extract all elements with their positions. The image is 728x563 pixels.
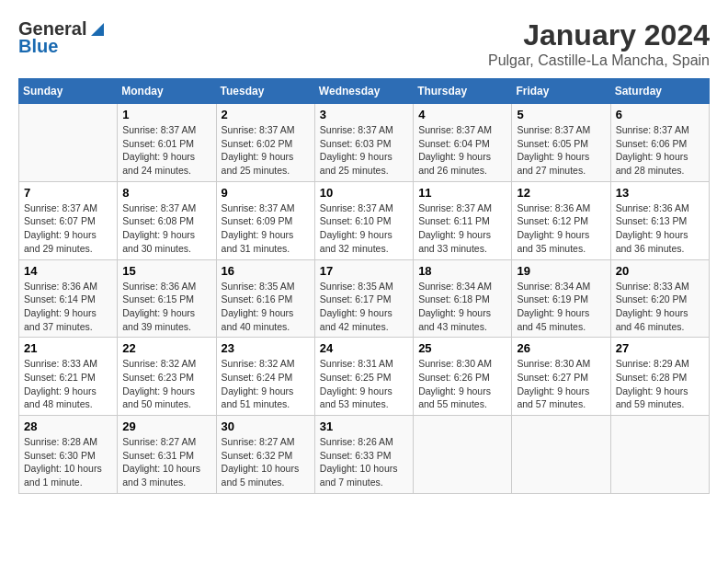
day-info: Sunrise: 8:37 AMSunset: 6:07 PMDaylight:… [24, 201, 112, 256]
calendar-cell [512, 416, 610, 494]
svg-marker-0 [91, 23, 104, 36]
day-number: 29 [122, 419, 210, 433]
calendar-cell: 16Sunrise: 8:35 AMSunset: 6:16 PMDayligh… [216, 259, 314, 338]
calendar-cell: 8Sunrise: 8:37 AMSunset: 6:08 PMDaylight… [118, 181, 216, 259]
day-info: Sunrise: 8:30 AMSunset: 6:26 PMDaylight:… [418, 357, 506, 411]
day-number: 28 [24, 419, 112, 433]
day-info: Sunrise: 8:37 AMSunset: 6:11 PMDaylight:… [418, 201, 506, 256]
logo: General Blue [18, 18, 104, 57]
calendar-cell: 7Sunrise: 8:37 AMSunset: 6:07 PMDaylight… [19, 181, 118, 259]
calendar-cell: 30Sunrise: 8:27 AMSunset: 6:32 PMDayligh… [216, 416, 314, 494]
calendar-cell: 27Sunrise: 8:29 AMSunset: 6:28 PMDayligh… [610, 338, 709, 416]
day-info: Sunrise: 8:35 AMSunset: 6:16 PMDaylight:… [222, 280, 310, 334]
calendar-cell: 10Sunrise: 8:37 AMSunset: 6:10 PMDayligh… [314, 181, 413, 259]
calendar-table: SundayMondayTuesdayWednesdayThursdayFrid… [18, 78, 710, 494]
calendar-cell: 26Sunrise: 8:30 AMSunset: 6:27 PMDayligh… [512, 338, 610, 416]
page-header: General Blue January 2024 Pulgar, Castil… [18, 18, 710, 69]
day-number: 10 [320, 186, 408, 200]
day-info: Sunrise: 8:37 AMSunset: 6:02 PMDaylight:… [222, 123, 310, 178]
calendar-cell: 4Sunrise: 8:37 AMSunset: 6:04 PMDaylight… [414, 104, 512, 182]
header-day: Sunday [19, 79, 118, 104]
day-info: Sunrise: 8:26 AMSunset: 6:33 PMDaylight:… [320, 435, 408, 489]
calendar-cell: 13Sunrise: 8:36 AMSunset: 6:13 PMDayligh… [610, 181, 709, 259]
day-number: 8 [122, 186, 210, 200]
logo-blue: Blue [18, 36, 58, 57]
day-number: 26 [517, 341, 605, 355]
day-info: Sunrise: 8:33 AMSunset: 6:21 PMDaylight:… [24, 357, 112, 411]
calendar-week-row: 28Sunrise: 8:28 AMSunset: 6:30 PMDayligh… [19, 416, 710, 494]
day-info: Sunrise: 8:32 AMSunset: 6:24 PMDaylight:… [222, 357, 310, 411]
day-number: 15 [122, 264, 210, 278]
day-info: Sunrise: 8:27 AMSunset: 6:32 PMDaylight:… [222, 435, 310, 489]
day-info: Sunrise: 8:36 AMSunset: 6:12 PMDaylight:… [517, 201, 605, 256]
header-day: Tuesday [216, 79, 314, 104]
day-number: 18 [418, 264, 506, 278]
day-info: Sunrise: 8:37 AMSunset: 6:09 PMDaylight:… [222, 201, 310, 256]
calendar-week-row: 7Sunrise: 8:37 AMSunset: 6:07 PMDaylight… [19, 181, 710, 259]
day-number: 5 [517, 108, 605, 121]
day-number: 11 [418, 186, 506, 200]
day-number: 1 [122, 108, 210, 121]
day-info: Sunrise: 8:37 AMSunset: 6:05 PMDaylight:… [517, 123, 605, 178]
day-number: 27 [616, 341, 704, 355]
calendar-cell: 21Sunrise: 8:33 AMSunset: 6:21 PMDayligh… [19, 338, 118, 416]
day-number: 2 [222, 108, 310, 121]
calendar-cell: 17Sunrise: 8:35 AMSunset: 6:17 PMDayligh… [314, 259, 413, 338]
calendar-cell: 19Sunrise: 8:34 AMSunset: 6:19 PMDayligh… [512, 259, 610, 338]
calendar-cell: 12Sunrise: 8:36 AMSunset: 6:12 PMDayligh… [512, 181, 610, 259]
calendar-cell: 3Sunrise: 8:37 AMSunset: 6:03 PMDaylight… [314, 104, 413, 182]
calendar-cell: 2Sunrise: 8:37 AMSunset: 6:02 PMDaylight… [216, 104, 314, 182]
day-number: 9 [222, 186, 310, 200]
calendar-cell: 20Sunrise: 8:33 AMSunset: 6:20 PMDayligh… [610, 259, 709, 338]
day-info: Sunrise: 8:31 AMSunset: 6:25 PMDaylight:… [320, 357, 408, 411]
day-info: Sunrise: 8:36 AMSunset: 6:13 PMDaylight:… [616, 201, 704, 256]
day-info: Sunrise: 8:30 AMSunset: 6:27 PMDaylight:… [517, 357, 605, 411]
calendar-cell [610, 416, 709, 494]
day-info: Sunrise: 8:28 AMSunset: 6:30 PMDaylight:… [24, 435, 112, 489]
day-number: 19 [517, 264, 605, 278]
day-number: 14 [24, 264, 112, 278]
calendar-cell: 31Sunrise: 8:26 AMSunset: 6:33 PMDayligh… [314, 416, 413, 494]
calendar-cell: 22Sunrise: 8:32 AMSunset: 6:23 PMDayligh… [118, 338, 216, 416]
day-info: Sunrise: 8:37 AMSunset: 6:03 PMDaylight:… [320, 123, 408, 178]
day-number: 6 [616, 108, 704, 121]
header-day: Friday [512, 79, 610, 104]
header-day: Monday [118, 79, 216, 104]
day-number: 21 [24, 341, 112, 355]
page-subtitle: Pulgar, Castille-La Mancha, Spain [488, 52, 710, 69]
calendar-cell: 18Sunrise: 8:34 AMSunset: 6:18 PMDayligh… [414, 259, 512, 338]
calendar-cell: 25Sunrise: 8:30 AMSunset: 6:26 PMDayligh… [414, 338, 512, 416]
calendar-cell [414, 416, 512, 494]
day-info: Sunrise: 8:37 AMSunset: 6:10 PMDaylight:… [320, 201, 408, 256]
calendar-week-row: 21Sunrise: 8:33 AMSunset: 6:21 PMDayligh… [19, 338, 710, 416]
header-day: Saturday [610, 79, 709, 104]
day-info: Sunrise: 8:35 AMSunset: 6:17 PMDaylight:… [320, 280, 408, 334]
day-number: 23 [222, 341, 310, 355]
calendar-cell: 5Sunrise: 8:37 AMSunset: 6:05 PMDaylight… [512, 104, 610, 182]
day-number: 25 [418, 341, 506, 355]
day-number: 4 [418, 108, 506, 121]
calendar-week-row: 1Sunrise: 8:37 AMSunset: 6:01 PMDaylight… [19, 104, 710, 182]
calendar-cell: 28Sunrise: 8:28 AMSunset: 6:30 PMDayligh… [19, 416, 118, 494]
day-info: Sunrise: 8:34 AMSunset: 6:19 PMDaylight:… [517, 280, 605, 334]
day-info: Sunrise: 8:27 AMSunset: 6:31 PMDaylight:… [122, 435, 210, 489]
day-info: Sunrise: 8:36 AMSunset: 6:14 PMDaylight:… [24, 280, 112, 334]
day-number: 3 [320, 108, 408, 121]
day-info: Sunrise: 8:37 AMSunset: 6:04 PMDaylight:… [418, 123, 506, 178]
calendar-cell: 15Sunrise: 8:36 AMSunset: 6:15 PMDayligh… [118, 259, 216, 338]
calendar-cell [19, 104, 118, 182]
header-day: Thursday [414, 79, 512, 104]
title-block: January 2024 Pulgar, Castille-La Mancha,… [488, 18, 710, 69]
header-day: Wednesday [314, 79, 413, 104]
day-number: 24 [320, 341, 408, 355]
day-info: Sunrise: 8:36 AMSunset: 6:15 PMDaylight:… [122, 280, 210, 334]
day-number: 12 [517, 186, 605, 200]
logo-triangle-icon [87, 19, 104, 36]
calendar-cell: 14Sunrise: 8:36 AMSunset: 6:14 PMDayligh… [19, 259, 118, 338]
day-info: Sunrise: 8:37 AMSunset: 6:06 PMDaylight:… [616, 123, 704, 178]
page-title: January 2024 [488, 18, 710, 52]
day-number: 22 [122, 341, 210, 355]
day-number: 13 [616, 186, 704, 200]
day-number: 31 [320, 419, 408, 433]
calendar-cell: 6Sunrise: 8:37 AMSunset: 6:06 PMDaylight… [610, 104, 709, 182]
